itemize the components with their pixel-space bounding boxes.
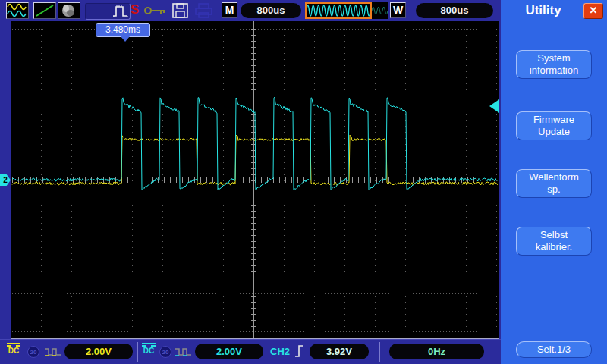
preview-wave-dim: [372, 7, 388, 14]
main-timebase-box[interactable]: M: [222, 2, 237, 18]
s-indicator: S: [131, 2, 139, 17]
waveform-save-button[interactable]: Wellenform sp.: [516, 169, 592, 198]
rising-edge-icon: [294, 344, 305, 362]
measure-line-button[interactable]: [33, 2, 56, 19]
status-separator: [137, 342, 138, 362]
ch2-coupling-icon: DC: [141, 343, 156, 356]
preview-wave-bright: [307, 5, 370, 16]
toolbar-separator: [219, 2, 219, 20]
top-toolbar: S M 800us: [0, 0, 501, 21]
channel-waveforms-button[interactable]: [6, 2, 29, 19]
pulse-icon: [112, 3, 129, 18]
trigger-frequency-readout: 0Hz: [389, 344, 484, 359]
ref-blob-button[interactable]: [58, 2, 80, 19]
waveform-canvas: [11, 21, 499, 339]
channel-waveforms-icon: [7, 3, 28, 18]
ch2-coupling-label: DC: [141, 347, 156, 356]
utility-menu: Utility ✕ System information Firmware Up…: [501, 0, 607, 364]
ch1-coupling-icon: DC: [6, 343, 21, 356]
close-button[interactable]: ✕: [583, 3, 603, 19]
window-timebase-readout: 800us: [416, 3, 493, 18]
save-icon: [171, 2, 190, 19]
save-button[interactable]: [171, 2, 190, 22]
trigger-level-readout: 3.92V: [310, 344, 369, 359]
page-button[interactable]: Seit.1/3: [516, 341, 592, 358]
button-label-line: sp.: [517, 184, 591, 196]
key-button[interactable]: [144, 5, 167, 19]
trigger-source-label: CH2: [270, 346, 290, 357]
ch1-probe-icon: [44, 346, 62, 361]
measure-line-icon: [34, 3, 55, 18]
ref-blob-icon: [58, 3, 80, 18]
ch2-bandwidth-icon: 20: [159, 346, 171, 358]
ch1-bandwidth-icon: 20: [27, 346, 39, 358]
trigger-level-marker[interactable]: [489, 99, 499, 113]
print-button[interactable]: [194, 2, 214, 22]
ch2-volts-div-readout: 2.00V: [195, 344, 263, 359]
button-label-line: information: [517, 64, 591, 77]
self-calibration-button[interactable]: Selbst kalibrier.: [516, 227, 592, 256]
button-label-line: Selbst: [517, 229, 591, 241]
button-label-line: Update: [517, 126, 591, 138]
ch2-probe-icon: [175, 346, 193, 361]
trigger-delay-tooltip: 3.480ms: [96, 23, 150, 37]
ch1-coupling-label: DC: [6, 347, 21, 356]
main-timebase-readout: 800us: [241, 3, 301, 18]
ch2-ground-marker[interactable]: 2: [0, 174, 11, 186]
oscilloscope-screen: S M 800us: [0, 0, 607, 364]
status-bar: DC 20 2.00V DC 20 2.00V CH2: [0, 339, 501, 364]
window-timebase-box[interactable]: W: [390, 2, 406, 18]
pulse-button[interactable]: [112, 3, 129, 21]
zoom-window-preview[interactable]: [305, 2, 388, 19]
button-label-line: Wellenform: [517, 171, 591, 184]
firmware-update-button[interactable]: Firmware Update: [516, 111, 592, 140]
button-label-line: Firmware: [517, 114, 591, 126]
key-icon: [144, 5, 167, 16]
status-separator: [379, 342, 380, 362]
system-information-button[interactable]: System information: [516, 50, 592, 79]
button-label-line: kalibrier.: [517, 241, 591, 253]
ch1-volts-div-readout: 2.00V: [64, 344, 133, 359]
print-icon: [194, 2, 214, 19]
button-label-line: System: [517, 52, 591, 64]
menu-title: Utility: [501, 3, 586, 18]
